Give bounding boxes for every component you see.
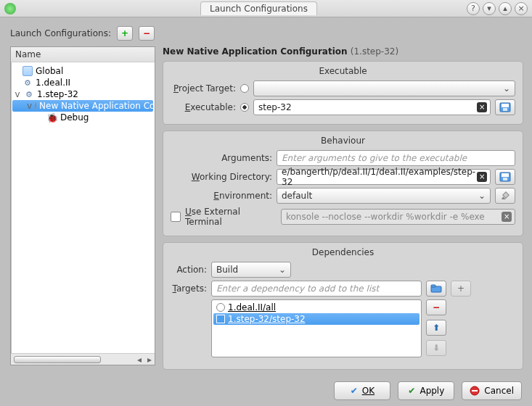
tree-item-global[interactable]: Global	[12, 65, 153, 77]
executable-title: Executable	[171, 66, 515, 76]
config-tree[interactable]: Name Global ⚙ 1.deal.II v ⚙ 1.step-32 v	[10, 46, 155, 365]
behaviour-title: Behaviour	[171, 136, 515, 146]
tree-item-deal[interactable]: ⚙ 1.deal.II	[12, 77, 153, 88]
scroll-left-icon[interactable]: ◂	[134, 355, 144, 365]
close-button[interactable]: ×	[515, 2, 528, 15]
help-button[interactable]: ?	[467, 2, 480, 15]
external-terminal-input: konsole --noclose --workdir %workdir -e …	[281, 209, 515, 225]
expand-icon[interactable]: v	[27, 101, 32, 111]
title-tab: Launch Configurations	[200, 1, 317, 15]
chevron-down-icon: ⌄	[503, 83, 510, 94]
executable-label: Executable:	[171, 102, 236, 112]
move-up-button[interactable]: ⬆	[426, 320, 446, 336]
chevron-down-icon: ⌄	[478, 191, 486, 201]
target-icon	[216, 315, 225, 323]
working-dir-label: Working Directory:	[171, 172, 272, 182]
clear-icon[interactable]: ×	[477, 102, 487, 112]
list-item[interactable]: 1.step-32/step-32	[213, 313, 420, 325]
executable-input[interactable]: step-32 ×	[253, 99, 491, 115]
environment-label: Environment:	[171, 191, 272, 201]
dependencies-panel: Dependencies Action: Build ⌄ Targets: En…	[163, 242, 523, 370]
clear-icon[interactable]: ×	[477, 172, 487, 182]
cancel-icon	[470, 386, 480, 396]
launch-configs-label: Launch Configurations:	[10, 28, 111, 38]
ok-button[interactable]: ✔ OK	[334, 381, 390, 400]
svg-rect-1	[502, 104, 509, 107]
gear-icon: ⚙	[22, 78, 33, 88]
remove-config-button[interactable]: −	[139, 26, 155, 41]
working-dir-input[interactable]: e/bangerth/p/deal.II/1/deal.II/examples/…	[277, 169, 491, 185]
project-target-radio[interactable]	[240, 84, 249, 93]
tree-header-name: Name	[11, 47, 155, 62]
radio-icon	[35, 102, 36, 110]
browse-target-button[interactable]	[426, 281, 446, 297]
tree-hscrollbar[interactable]: ◂ ▸	[11, 353, 155, 365]
minimize-button[interactable]: ▾	[483, 2, 496, 15]
save-button[interactable]	[495, 169, 515, 185]
move-down-button: ⬇	[426, 340, 446, 356]
targets-list[interactable]: 1.deal.II/all 1.step-32/step-32	[211, 299, 422, 357]
folder-icon	[22, 66, 33, 76]
action-label: Action:	[171, 265, 207, 275]
dependencies-title: Dependencies	[171, 247, 515, 257]
cancel-button[interactable]: Cancel	[462, 381, 522, 400]
page-title: New Native Application Configuration (1.…	[163, 46, 523, 57]
arguments-label: Arguments:	[171, 153, 272, 163]
clear-icon: ×	[502, 212, 512, 222]
project-target-combo[interactable]: ⌄	[253, 80, 515, 96]
remove-target-button[interactable]: −	[426, 299, 446, 315]
svg-rect-8	[431, 285, 435, 287]
svg-rect-2	[503, 108, 507, 111]
project-target-label: Project Target:	[171, 83, 236, 94]
svg-rect-5	[503, 178, 507, 181]
bug-icon: 🐞	[47, 112, 57, 123]
list-item[interactable]: 1.deal.II/all	[213, 302, 420, 313]
env-edit-button[interactable]	[495, 188, 515, 204]
tree-item-step32[interactable]: v ⚙ 1.step-32	[12, 88, 153, 100]
app-icon	[4, 3, 16, 14]
add-config-button[interactable]: +	[117, 26, 133, 41]
action-combo[interactable]: Build ⌄	[211, 262, 291, 278]
expand-icon[interactable]: v	[14, 89, 21, 99]
check-icon: ✔	[408, 386, 415, 396]
gear-icon: ⚙	[24, 89, 34, 99]
behaviour-panel: Behaviour Arguments: Enter arguments to …	[163, 130, 523, 236]
titlebar: Launch Configurations ? ▾ ▴ ×	[0, 0, 532, 17]
maximize-button[interactable]: ▴	[499, 2, 512, 15]
svg-rect-10	[472, 390, 478, 392]
external-terminal-checkbox[interactable]	[171, 212, 181, 222]
svg-rect-4	[502, 173, 509, 177]
scroll-right-icon[interactable]: ▸	[144, 355, 155, 365]
executable-radio[interactable]	[240, 103, 249, 112]
dialog-footer: ✔ OK ✔ Apply Cancel	[10, 381, 522, 400]
environment-combo[interactable]: default ⌄	[277, 188, 491, 204]
svg-rect-6	[503, 192, 509, 198]
executable-panel: Executable Project Target: ⌄ Executable:…	[163, 61, 523, 125]
apply-button[interactable]: ✔ Apply	[398, 381, 454, 400]
scrollbar-thumb[interactable]	[14, 356, 101, 363]
tree-item-native[interactable]: v New Native Application Configuration	[12, 100, 153, 112]
check-icon: ✔	[351, 386, 358, 396]
tree-item-debug[interactable]: 🐞 Debug	[12, 112, 153, 123]
add-target-button: +	[451, 281, 471, 297]
radio-icon	[216, 303, 225, 312]
targets-label: Targets:	[171, 281, 207, 294]
arguments-input[interactable]: Enter arguments to give to the executabl…	[277, 150, 515, 166]
targets-input[interactable]: Enter a dependency to add to the list	[211, 281, 422, 297]
chevron-down-icon: ⌄	[279, 265, 286, 275]
save-button[interactable]	[495, 99, 515, 115]
external-terminal-label: Use External Terminal	[185, 207, 277, 227]
